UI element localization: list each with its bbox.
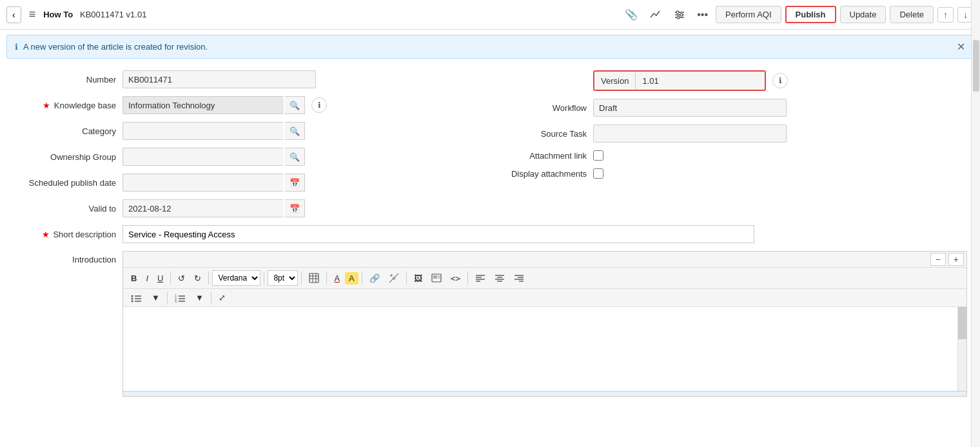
attachment-link-checkbox[interactable]	[593, 150, 603, 161]
highlight-button[interactable]: A	[345, 272, 358, 284]
info-icon: ℹ	[15, 42, 18, 52]
editor-header: − +	[123, 252, 966, 268]
category-input[interactable]	[122, 122, 284, 140]
knowledge-base-input[interactable]	[122, 96, 284, 114]
valid-to-input-group: 📅	[122, 199, 305, 217]
svg-rect-14	[438, 275, 440, 279]
page-scrollbar[interactable]	[971, 0, 980, 403]
settings-icon-button[interactable]	[670, 6, 689, 23]
workflow-input[interactable]	[593, 99, 787, 117]
svg-rect-6	[309, 273, 318, 283]
version-value: 1.01	[636, 72, 765, 90]
version-container: Version 1.01	[593, 70, 766, 91]
media-button[interactable]	[427, 272, 446, 284]
bullet-list-dropdown[interactable]: ▼	[148, 291, 164, 304]
number-label: Number	[13, 75, 116, 84]
bullet-list-button[interactable]	[127, 292, 146, 304]
numbered-list-button[interactable]: 1. 2. 3.	[171, 292, 190, 304]
italic-button[interactable]: I	[142, 272, 152, 285]
scheduled-publish-calendar-button[interactable]: 📅	[285, 174, 305, 192]
notification-bar: ℹ A new version of the article is create…	[6, 35, 974, 59]
topbar-title: How To KB0011471 v1.01	[43, 10, 146, 19]
toolbar-separator-3	[264, 272, 264, 284]
unlink-button[interactable]	[385, 271, 403, 285]
ownership-group-label: Ownership Group	[13, 152, 116, 162]
font-family-select[interactable]: Verdana	[212, 270, 260, 286]
font-size-select[interactable]: 8pt	[268, 270, 298, 286]
display-attachments-label: Display attachments	[496, 169, 587, 179]
align-left-button[interactable]	[471, 272, 489, 284]
scheduled-publish-input-group: 📅	[122, 174, 305, 192]
editor-collapse-button[interactable]: −	[930, 253, 946, 266]
font-color-button[interactable]: A	[330, 272, 344, 285]
valid-to-label: Valid to	[13, 204, 116, 214]
category-search-button[interactable]: 🔍	[285, 122, 305, 140]
update-button[interactable]: Update	[840, 6, 887, 23]
notification-close-button[interactable]: ✕	[957, 41, 965, 53]
editor-body[interactable]	[123, 307, 966, 391]
number-input[interactable]	[122, 70, 316, 88]
scheduled-publish-row: Scheduled publish date 📅	[13, 174, 484, 192]
fullscreen-button[interactable]: ⤢	[215, 291, 230, 304]
toolbar-separator-2	[208, 272, 209, 284]
article-type: How To	[43, 10, 73, 19]
category-row: Category 🔍	[13, 122, 484, 140]
perform-aqi-button[interactable]: Perform AQI	[716, 6, 781, 23]
ownership-group-row: Ownership Group 🔍	[13, 148, 484, 166]
nav-up-button[interactable]: ↑	[937, 7, 954, 23]
right-column: Version 1.01 ℹ Workflow Source Task Atta…	[496, 70, 967, 225]
ownership-group-input[interactable]	[122, 148, 284, 166]
editor-expand-button[interactable]: +	[948, 253, 964, 266]
analytics-icon-button[interactable]	[645, 6, 666, 24]
short-description-input[interactable]	[122, 225, 754, 243]
scheduled-publish-label: Scheduled publish date	[13, 178, 116, 188]
editor-scrollbar-thumb	[958, 307, 966, 339]
editor-scrollbar[interactable]	[957, 307, 966, 391]
publish-button[interactable]: Publish	[785, 6, 836, 23]
source-task-input[interactable]	[593, 124, 787, 143]
toolbar-separator-6	[362, 272, 362, 284]
ownership-group-input-group: 🔍	[122, 148, 305, 166]
knowledge-base-row: ★ Knowledge base 🔍 ℹ	[13, 96, 484, 114]
short-description-row: ★ Short description	[13, 225, 967, 243]
toolbar-separator-1	[170, 272, 171, 284]
required-star: ★	[43, 101, 50, 110]
version-info-button[interactable]: ℹ	[772, 73, 788, 88]
category-label: Category	[13, 126, 116, 136]
left-column: Number ★ Knowledge base 🔍 ℹ Category	[13, 70, 484, 225]
svg-point-28	[132, 297, 133, 299]
version-row: Version 1.01 ℹ	[496, 70, 967, 91]
hamburger-menu-button[interactable]: ≡	[26, 6, 39, 23]
valid-to-calendar-button[interactable]: 📅	[285, 199, 305, 217]
align-center-button[interactable]	[491, 272, 509, 284]
redo-button[interactable]: ↻	[190, 272, 205, 285]
table-button[interactable]	[305, 271, 323, 285]
toolbar-separator-7	[406, 272, 407, 284]
link-button[interactable]: 🔗	[366, 272, 384, 285]
numbered-list-dropdown[interactable]: ▼	[191, 291, 208, 304]
attachment-link-row: Attachment link	[496, 150, 967, 161]
knowledge-base-info-button[interactable]: ℹ	[311, 97, 327, 113]
topbar: ‹ ≡ How To KB0011471 v1.01 📎 ••• Per	[0, 0, 980, 30]
underline-button[interactable]: U	[153, 272, 167, 285]
scheduled-publish-input[interactable]	[122, 174, 284, 192]
article-id: KB0011471 v1.01	[80, 10, 146, 19]
svg-point-27	[132, 295, 133, 297]
delete-button[interactable]: Delete	[890, 6, 934, 23]
display-attachments-checkbox[interactable]	[593, 168, 603, 179]
editor-resize-handle[interactable]	[123, 391, 966, 396]
version-field-label: Version	[594, 72, 636, 90]
attachment-icon-button[interactable]: 📎	[621, 6, 642, 23]
code-button[interactable]: <>	[447, 272, 465, 285]
knowledge-base-search-button[interactable]: 🔍	[285, 96, 305, 114]
svg-line-11	[389, 273, 398, 283]
undo-button[interactable]: ↺	[174, 272, 189, 285]
image-button[interactable]: 🖼	[410, 272, 426, 285]
more-options-button[interactable]: •••	[693, 6, 712, 23]
valid-to-input[interactable]	[122, 199, 284, 217]
bold-button[interactable]: B	[127, 272, 141, 285]
align-right-button[interactable]	[510, 272, 528, 284]
toolbar-row2-sep1	[167, 292, 168, 304]
back-button[interactable]: ‹	[6, 6, 21, 23]
ownership-group-search-button[interactable]: 🔍	[285, 148, 305, 166]
